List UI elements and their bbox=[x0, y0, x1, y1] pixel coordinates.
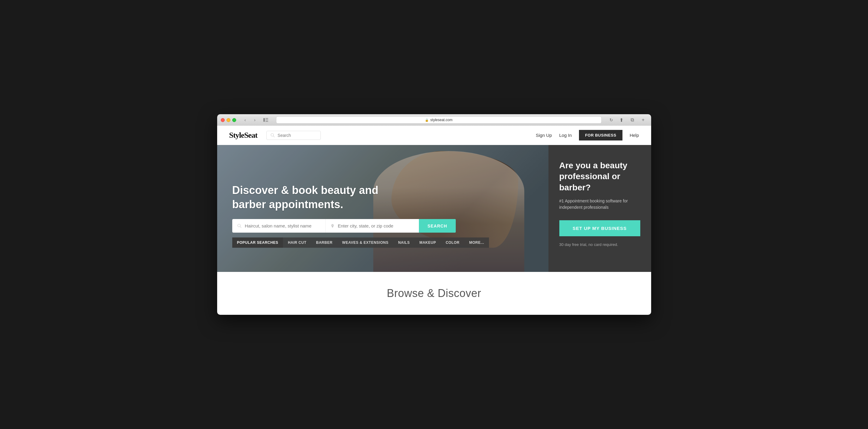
popular-tag-makeup[interactable]: MAKEUP bbox=[415, 241, 441, 245]
browser-actions: ⬆ ⧉ + bbox=[617, 117, 648, 123]
svg-rect-2 bbox=[266, 120, 268, 120]
popular-searches: POPULAR SEARCHES HAIR CUT BARBER WEAVES … bbox=[232, 238, 456, 248]
browser-nav-buttons: ‹ › bbox=[241, 117, 259, 123]
popular-tag-haircut[interactable]: HAIR CUT bbox=[283, 241, 311, 245]
business-subtext: #1 Appointment booking software for inde… bbox=[559, 198, 640, 211]
website-content: StyleSeat Sign Up Log In FOR BUSINESS He… bbox=[217, 126, 651, 315]
browse-section: Browse & Discover bbox=[217, 272, 651, 315]
browser-titlebar: ‹ › 🔒 styleseat.com ↻ ⬆ ⧉ + bbox=[217, 114, 651, 126]
header-search-container bbox=[267, 131, 321, 140]
traffic-lights bbox=[221, 118, 236, 122]
svg-rect-3 bbox=[266, 121, 268, 122]
popular-tags-list: HAIR CUT BARBER WEAVES & EXTENSIONS NAIL… bbox=[283, 238, 489, 248]
for-business-button[interactable]: FOR BUSINESS bbox=[579, 130, 622, 141]
setup-business-button[interactable]: SET UP MY BUSINESS bbox=[559, 220, 640, 236]
header-nav: Sign Up Log In FOR BUSINESS Help bbox=[536, 130, 639, 141]
popular-searches-label: POPULAR SEARCHES bbox=[232, 238, 283, 248]
popular-tag-barber[interactable]: BARBER bbox=[311, 241, 337, 245]
hero-search-bar: SEARCH bbox=[232, 219, 456, 233]
hero-section: Discover & book beauty and barber appoin… bbox=[217, 145, 651, 272]
popular-tag-weaves[interactable]: WEAVES & EXTENSIONS bbox=[337, 241, 393, 245]
lock-icon: 🔒 bbox=[425, 118, 429, 122]
back-button[interactable]: ‹ bbox=[241, 117, 249, 123]
share-button[interactable]: ⬆ bbox=[617, 117, 626, 123]
service-search-icon bbox=[237, 223, 242, 228]
signup-link[interactable]: Sign Up bbox=[536, 133, 552, 138]
business-headline: Are you a beauty professional or barber? bbox=[559, 160, 640, 193]
maximize-button[interactable] bbox=[232, 118, 236, 122]
reload-button[interactable]: ↻ bbox=[608, 116, 615, 124]
svg-rect-1 bbox=[266, 118, 268, 119]
url-bar[interactable]: 🔒 styleseat.com bbox=[276, 116, 601, 124]
header-search-input[interactable] bbox=[278, 133, 314, 138]
header-search-icon bbox=[270, 133, 275, 138]
tabs-button[interactable]: ⧉ bbox=[628, 117, 637, 123]
forward-button[interactable]: › bbox=[251, 117, 259, 123]
svg-line-5 bbox=[273, 136, 275, 137]
location-pin-icon bbox=[331, 224, 335, 228]
site-header: StyleSeat Sign Up Log In FOR BUSINESS He… bbox=[217, 126, 651, 145]
help-link[interactable]: Help bbox=[630, 133, 639, 138]
business-panel: Are you a beauty professional or barber?… bbox=[549, 145, 651, 272]
location-search-input[interactable] bbox=[338, 223, 414, 228]
new-tab-button[interactable]: + bbox=[639, 117, 648, 123]
url-text: styleseat.com bbox=[430, 118, 453, 122]
close-button[interactable] bbox=[221, 118, 225, 122]
svg-line-7 bbox=[240, 226, 241, 227]
hero-headline: Discover & book beauty and barber appoin… bbox=[232, 183, 389, 212]
svg-rect-0 bbox=[264, 118, 265, 122]
hero-content: Discover & book beauty and barber appoin… bbox=[232, 183, 533, 248]
popular-tag-color[interactable]: COLOR bbox=[441, 241, 465, 245]
hero-image-area: Discover & book beauty and barber appoin… bbox=[217, 145, 549, 272]
login-link[interactable]: Log In bbox=[559, 133, 572, 138]
location-search-field bbox=[326, 219, 419, 233]
service-search-field bbox=[232, 219, 326, 233]
site-logo[interactable]: StyleSeat bbox=[229, 131, 258, 140]
browser-window: ‹ › 🔒 styleseat.com ↻ ⬆ ⧉ + StyleSeat bbox=[217, 114, 651, 315]
sidebar-toggle[interactable] bbox=[261, 117, 270, 123]
trial-text: 30 day free trial, no card required. bbox=[559, 242, 640, 247]
minimize-button[interactable] bbox=[226, 118, 230, 122]
search-button[interactable]: SEARCH bbox=[419, 219, 456, 233]
service-search-input[interactable] bbox=[245, 223, 321, 228]
popular-tag-nails[interactable]: NAILS bbox=[393, 241, 415, 245]
browse-title: Browse & Discover bbox=[229, 287, 639, 300]
popular-tag-more[interactable]: MORE... bbox=[465, 241, 489, 245]
